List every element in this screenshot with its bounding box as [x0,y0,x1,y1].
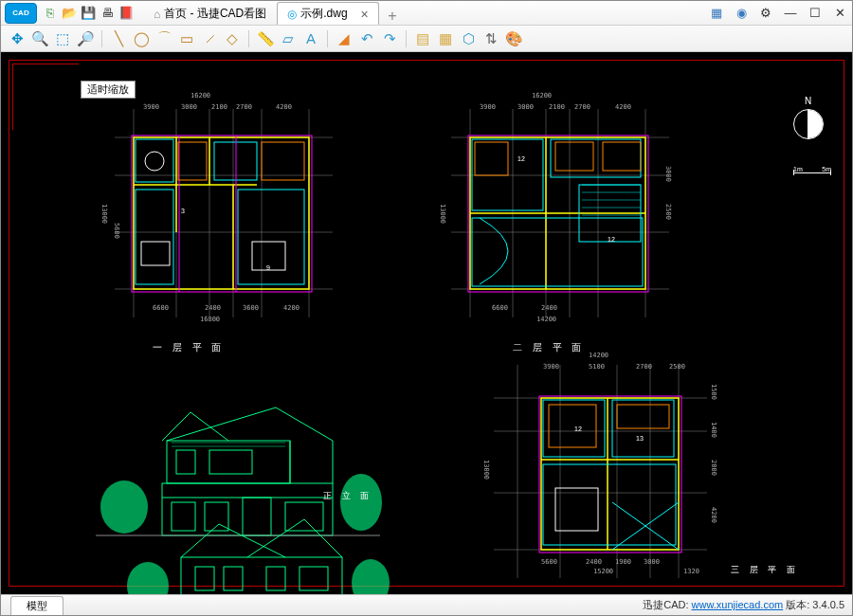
zoom-extents-icon[interactable]: 🔍 [29,28,50,49]
dim: 14200 [589,352,608,359]
new-tab-button[interactable]: + [383,8,402,25]
svg-rect-23 [178,142,207,180]
svg-rect-47 [475,142,508,175]
maximize-button[interactable]: ☐ [807,5,824,22]
svg-rect-71 [181,557,342,594]
svg-rect-73 [224,567,243,590]
zoom-window-icon[interactable]: ⬚ [52,28,73,49]
drawing-canvas[interactable]: 适时缩放 3 9 16200 3900 3000 2100 2700 [1,52,852,594]
open-folder-icon[interactable]: 📂 [62,6,77,21]
tab-file-label: 示例.dwg [300,6,347,22]
dim: 6600 [153,304,169,312]
svg-rect-16 [136,190,173,284]
dim: 2400 [586,558,602,566]
layer-icon[interactable]: ▤ [412,28,433,49]
svg-rect-96 [555,488,598,531]
separator [101,30,102,47]
floor-plan-1: 3 9 [86,90,371,336]
dim: 2700 [574,103,590,111]
dim: 3000 [517,103,534,111]
plan-1-title: 一 层 平 面 [153,341,225,354]
pdf-icon[interactable]: 📕 [118,6,134,21]
floor-plan-3: 12 13 [465,346,750,592]
dim: 2700 [236,103,252,111]
line-icon[interactable]: ╲ [108,28,129,49]
dim: 16200 [191,92,210,100]
svg-rect-10 [134,137,309,289]
help-icon[interactable]: ◉ [733,5,750,22]
dim: 4200 [615,103,631,111]
dim: 3000 [644,558,660,566]
block-icon[interactable]: ▦ [435,28,456,49]
sort-icon[interactable]: ⇅ [481,28,501,49]
pan-icon[interactable]: ✥ [7,28,27,49]
dim: 5600 [541,558,557,566]
svg-text:13: 13 [636,435,644,442]
color-icon[interactable]: 🎨 [503,28,524,49]
dim: 4200 [276,103,292,111]
dim: 13000 [100,204,108,224]
dwg-icon: ◎ [287,8,297,21]
zoom-icon[interactable]: 🔎 [75,28,96,49]
toolbar: ✥ 🔍 ⬚ 🔎 ╲ ◯ ⌒ ▭ ⟋ ◇ 📏 ▱ A ◢ ↶ ↷ ▤ ▦ ⬡ ⇅ … [1,26,852,52]
svg-rect-43 [551,139,641,177]
plan-3-title: 三 层 平 面 [731,564,799,576]
tab-home[interactable]: ⌂ 首页 - 迅捷CAD看图 [143,2,277,25]
svg-rect-93 [539,396,681,553]
svg-point-19 [145,152,164,171]
settings-icon[interactable]: ⚙ [757,5,774,22]
titlebar: CAD ⎘ 📂 💾 🖶 📕 ⌂ 首页 - 迅捷CAD看图 ◎ 示例.dwg × … [1,1,852,26]
dim: 15200 [593,568,613,575]
minimize-button[interactable]: — [782,5,799,22]
svg-rect-87 [541,398,679,550]
dim: 4200 [283,304,299,312]
model-tab[interactable]: 模型 [10,596,64,615]
svg-text:9: 9 [266,264,270,271]
dim: 14200 [536,316,556,323]
area-icon[interactable]: ▱ [278,28,299,49]
3d-icon[interactable]: ⬡ [458,28,479,49]
version-label: 版本: [786,599,809,610]
undo-icon[interactable]: ↶ [356,28,377,49]
dim: 3000 [181,103,197,111]
close-tab-icon[interactable]: × [361,7,369,22]
tab-file[interactable]: ◎ 示例.dwg × [277,2,379,25]
redo-icon[interactable]: ↷ [379,28,400,49]
rect-icon[interactable]: ▭ [176,28,197,49]
dim: 3900 [543,363,559,371]
svg-point-77 [352,559,390,594]
version-value: 3.4.0.5 [812,599,844,610]
dim: 2500 [664,204,672,220]
dim: 13000 [482,460,490,480]
separator [406,30,407,47]
svg-text:12: 12 [608,236,615,243]
website-link[interactable]: www.xunjiecad.com [692,599,784,610]
svg-rect-64 [176,450,195,474]
tab-bar: ⌂ 首页 - 迅捷CAD看图 ◎ 示例.dwg × + [143,1,708,25]
circle-icon[interactable]: ◯ [131,28,152,49]
dim: 2100 [549,103,565,111]
arc-icon[interactable]: ⌒ [154,28,174,49]
dim: 4200 [710,507,717,523]
svg-rect-72 [195,567,214,590]
dim: 2500 [669,363,685,371]
close-button[interactable]: ✕ [831,5,848,22]
new-file-icon[interactable]: ⎘ [43,6,58,21]
print-icon[interactable]: 🖶 [100,6,115,21]
save-icon[interactable]: 💾 [81,6,96,21]
eraser-icon[interactable]: ◢ [334,28,354,49]
polyline-icon[interactable]: ⟋ [199,28,220,49]
dim: 2100 [211,103,227,111]
measure-icon[interactable]: 📏 [255,28,276,49]
tab-home-label: 首页 - 迅捷CAD看图 [164,6,266,22]
dim: 3900 [480,103,496,111]
shape-icon[interactable]: ◇ [222,28,243,49]
brand-label: 迅捷CAD: [643,599,688,610]
dim: 16800 [200,316,220,323]
elevation-side [115,505,399,594]
layers-icon[interactable]: ▦ [708,5,725,22]
dim: 1900 [615,558,631,566]
dim: 1400 [710,422,717,438]
dim: 6600 [492,304,508,312]
text-icon[interactable]: A [300,28,321,49]
